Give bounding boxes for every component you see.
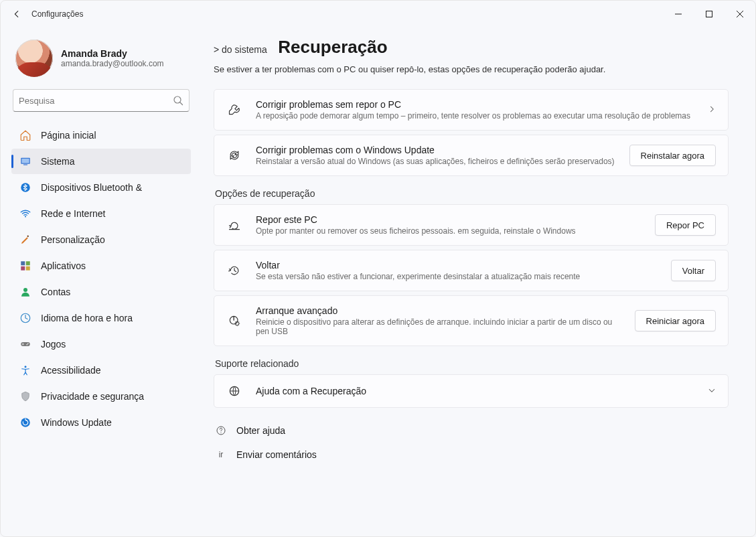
search-icon bbox=[173, 95, 183, 106]
reset-pc-icon bbox=[225, 218, 244, 232]
gamepad-icon bbox=[19, 338, 31, 350]
svg-rect-10 bbox=[26, 266, 30, 271]
svg-point-16 bbox=[25, 366, 27, 368]
svg-rect-3 bbox=[21, 159, 29, 163]
sidebar-item-apps[interactable]: Aplicativos bbox=[11, 253, 191, 279]
send-feedback-link[interactable]: ir Enviar comentários bbox=[214, 447, 729, 463]
card-title: Corrigir problemas com o Windows Update bbox=[256, 145, 617, 155]
sidebar-item-windows-update[interactable]: Windows Update bbox=[11, 410, 191, 435]
shield-icon bbox=[19, 390, 31, 402]
card-help-recovery[interactable]: Ajuda com a Recuperação bbox=[214, 374, 729, 408]
sidebar-item-accounts[interactable]: Contas bbox=[11, 279, 191, 305]
sidebar-item-label: Jogos bbox=[41, 339, 66, 350]
sidebar: Amanda Brady amanda.brady@outlook.com Pá… bbox=[1, 27, 202, 536]
history-icon bbox=[225, 264, 244, 277]
window-controls bbox=[663, 1, 755, 27]
card-title: Corrigir problemas sem repor o PC bbox=[256, 99, 696, 110]
card-go-back: Voltar Se esta versão não estiver a func… bbox=[214, 250, 729, 291]
search-box[interactable] bbox=[13, 89, 190, 112]
card-reset-pc: Repor este PC Opte por manter ou remover… bbox=[214, 204, 729, 246]
breadcrumb[interactable]: > do sistema bbox=[214, 44, 267, 55]
close-icon bbox=[737, 11, 743, 17]
sidebar-item-bluetooth[interactable]: Dispositivos Bluetooth & bbox=[11, 175, 191, 200]
recovery-options-heading: Opções de recuperação bbox=[215, 188, 729, 199]
svg-rect-4 bbox=[23, 165, 27, 165]
card-title: Repor este PC bbox=[256, 214, 643, 225]
card-title: Voltar bbox=[256, 260, 659, 271]
maximize-icon bbox=[706, 11, 712, 17]
avatar bbox=[15, 40, 53, 77]
bluetooth-icon bbox=[19, 181, 31, 194]
sidebar-item-label: Rede e Internet bbox=[41, 208, 106, 219]
card-title: Ajuda com a Recuperação bbox=[256, 386, 696, 396]
arrow-left-icon bbox=[12, 9, 21, 19]
sidebar-item-label: Aplicativos bbox=[41, 260, 86, 271]
svg-rect-9 bbox=[21, 266, 25, 271]
sidebar-item-home[interactable]: Página inicial bbox=[11, 123, 191, 148]
power-gear-icon bbox=[225, 314, 244, 327]
person-icon bbox=[19, 286, 31, 298]
sidebar-item-label: Sistema bbox=[41, 156, 75, 167]
profile-email: amanda.brady@outlook.com bbox=[61, 59, 164, 68]
sidebar-item-label: Contas bbox=[41, 287, 70, 297]
sidebar-item-system[interactable]: Sistema bbox=[11, 149, 191, 174]
minimize-icon bbox=[675, 11, 682, 17]
sync-icon bbox=[225, 149, 244, 162]
sidebar-item-label: Dispositivos Bluetooth & bbox=[41, 182, 142, 193]
nav: Página inicial Sistema Dispositivos Blue… bbox=[11, 123, 191, 435]
card-fix-windows-update: Corrigir problemas com o Windows Update … bbox=[214, 135, 729, 176]
sidebar-item-personalization[interactable]: Personalização bbox=[11, 227, 191, 252]
card-advanced-startup: Arranque avançado Reinicie o dispositivo… bbox=[214, 295, 729, 346]
back-button[interactable] bbox=[6, 3, 27, 25]
feedback-prefix: ir bbox=[215, 450, 227, 459]
restart-now-button[interactable]: Reiniciar agora bbox=[635, 310, 716, 331]
sidebar-item-label: Página inicial bbox=[41, 130, 96, 141]
close-button[interactable] bbox=[725, 1, 755, 27]
globe-help-icon bbox=[225, 384, 244, 398]
wifi-icon bbox=[19, 208, 31, 220]
system-icon bbox=[19, 155, 31, 167]
page-subtitle: Se estiver a ter problemas com o PC ou q… bbox=[214, 64, 729, 74]
accessibility-icon bbox=[19, 364, 31, 376]
sidebar-item-label: Acessibilidade bbox=[41, 365, 101, 376]
page-title: Recuperação bbox=[278, 37, 387, 57]
sidebar-item-network[interactable]: Rede e Internet bbox=[11, 201, 191, 226]
svg-rect-7 bbox=[21, 261, 25, 265]
search-input[interactable] bbox=[19, 96, 173, 106]
card-title: Arranque avançado bbox=[256, 305, 623, 316]
sidebar-item-time-language[interactable]: Idioma de hora e hora bbox=[11, 305, 191, 331]
sidebar-item-accessibility[interactable]: Acessibilidade bbox=[11, 358, 191, 383]
profile-name: Amanda Brady bbox=[61, 48, 164, 59]
chevron-down-icon bbox=[708, 385, 716, 397]
card-desc: A reposição pode demorar algum tempo – p… bbox=[256, 111, 696, 121]
window-title: Configurações bbox=[31, 9, 83, 19]
svg-rect-8 bbox=[26, 261, 30, 265]
svg-point-6 bbox=[25, 216, 26, 217]
sidebar-item-label: Windows Update bbox=[41, 417, 112, 428]
svg-rect-0 bbox=[706, 11, 712, 17]
svg-point-22 bbox=[220, 432, 221, 433]
home-icon bbox=[19, 129, 31, 141]
reinstall-now-button[interactable]: Reinstalar agora bbox=[629, 145, 716, 166]
svg-point-11 bbox=[23, 288, 27, 292]
minimize-button[interactable] bbox=[663, 1, 694, 27]
reset-pc-button[interactable]: Repor PC bbox=[655, 214, 716, 236]
wrench-icon bbox=[225, 103, 244, 117]
get-help-link[interactable]: Obter ajuda bbox=[214, 423, 729, 439]
svg-point-1 bbox=[174, 96, 181, 103]
svg-point-14 bbox=[27, 343, 29, 344]
card-fix-without-reset[interactable]: Corrigir problemas sem repor o PC A repo… bbox=[214, 89, 729, 131]
sidebar-item-privacy[interactable]: Privacidade e segurança bbox=[11, 384, 191, 409]
chevron-right-icon bbox=[708, 104, 716, 116]
profile-block[interactable]: Amanda Brady amanda.brady@outlook.com bbox=[11, 31, 191, 88]
go-back-button[interactable]: Voltar bbox=[671, 260, 716, 281]
footer-links: Obter ajuda ir Enviar comentários bbox=[214, 423, 729, 463]
help-icon bbox=[215, 425, 227, 436]
apps-icon bbox=[19, 260, 31, 272]
paintbrush-icon bbox=[19, 234, 31, 246]
sidebar-item-gaming[interactable]: Jogos bbox=[11, 331, 191, 357]
card-desc: Reinstalar a versão atual do Windows (as… bbox=[256, 157, 617, 166]
maximize-button[interactable] bbox=[694, 1, 725, 27]
svg-point-15 bbox=[26, 344, 27, 346]
card-desc: Reinicie o dispositivo para alterar as d… bbox=[256, 317, 623, 336]
